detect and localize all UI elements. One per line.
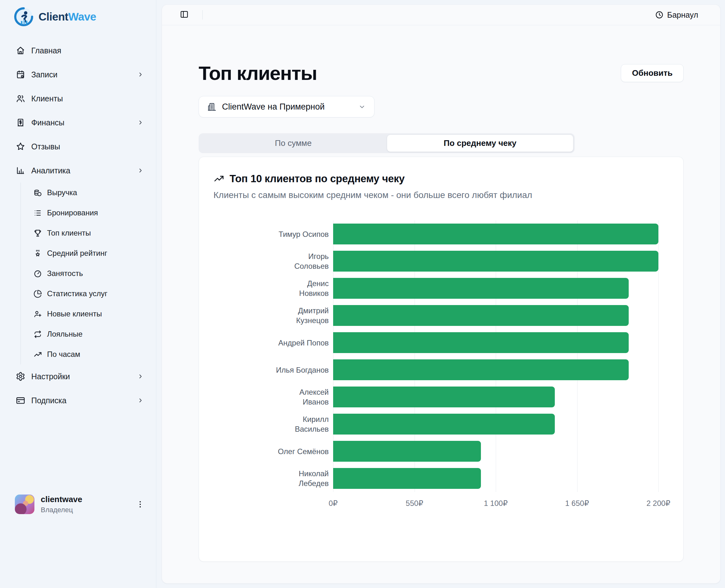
sidebar-toggle-button[interactable]: [178, 9, 190, 21]
sidebar-subitem-occupancy[interactable]: Занятость: [21, 264, 156, 284]
sidebar-subitem-label: Выручка: [47, 188, 77, 197]
sidebar-item-clients[interactable]: Клиенты: [0, 86, 156, 110]
category-label: НиколайЛебедев: [213, 465, 329, 492]
tab-by-average-check[interactable]: По среднему чеку: [387, 134, 574, 152]
branch-selector-value: ClientWave на Примерной: [222, 102, 358, 112]
chart-row: Андрей Попов: [213, 329, 669, 356]
category-label: АлексейИванов: [213, 383, 329, 411]
bar-chart: Тимур ОсиповИгорьСоловьевДенисНовиковДми…: [213, 220, 669, 510]
title-row: Топ клиенты Обновить: [199, 62, 684, 84]
sidebar-item-analytics[interactable]: Аналитика: [0, 159, 156, 183]
x-tick-label: 1 650₽: [565, 499, 589, 508]
chart-row: Тимур Осипов: [213, 220, 669, 248]
x-tick-label: 0₽: [329, 499, 338, 508]
clock-icon: [655, 10, 664, 19]
home-icon: [16, 46, 25, 55]
sidebar-subitem-by-hours[interactable]: По часам: [21, 344, 156, 364]
bar-2: [333, 251, 658, 272]
category-label: ДенисНовиков: [213, 275, 329, 302]
chevron-right-icon: [137, 71, 144, 78]
panel-left-icon: [180, 10, 189, 20]
category-label: ИгорьСоловьев: [213, 248, 329, 275]
receipt-icon: [16, 118, 25, 127]
sidebar-item-finance[interactable]: Финансы: [0, 110, 156, 134]
chart-row: ДенисНовиков: [213, 275, 669, 302]
chart-row: Олег Семёнов: [213, 438, 669, 465]
chart-row: НиколайЛебедев: [213, 465, 669, 492]
chevron-right-icon: [137, 167, 144, 174]
sidebar-item-home[interactable]: Главная: [0, 39, 156, 63]
sidebar-subitem-avg-rating[interactable]: Средний рейтинг: [21, 243, 156, 264]
sidebar-subitem-label: Лояльные: [47, 330, 82, 338]
sidebar-subitem-label: Статистика услуг: [47, 289, 107, 298]
sidebar-subitem-label: Топ клиенты: [47, 229, 91, 237]
credit-card-icon: [16, 396, 25, 405]
chart-row: ИгорьСоловьев: [213, 248, 669, 275]
panel-header: Барнаул: [162, 5, 720, 25]
x-tick-label: 550₽: [406, 499, 423, 508]
calendar-icon: [16, 70, 25, 79]
chart-title: Топ 10 клиентов по среднему чеку: [230, 173, 405, 185]
brand-wordmark: ClientWave: [39, 10, 96, 23]
header-divider: [202, 10, 203, 20]
user-menu-icon[interactable]: [136, 500, 145, 509]
star-icon: [16, 142, 25, 151]
sidebar-subitem-top-clients[interactable]: Топ клиенты: [21, 223, 156, 243]
avatar: [15, 495, 35, 514]
refresh-button[interactable]: Обновить: [621, 64, 684, 82]
clientwave-logo-icon: [14, 7, 34, 26]
chevron-down-icon: [358, 103, 366, 111]
user-card[interactable]: clientwave Владелец: [0, 489, 156, 519]
bar-1: [333, 224, 658, 245]
bar-chart-icon: [16, 166, 25, 175]
chart-subtitle: Клиенты с самым высоким средним чеком - …: [213, 190, 669, 200]
sidebar-subitem-label: Бронирования: [47, 208, 98, 217]
user-role: Владелец: [41, 506, 136, 514]
sidebar-subitem-service-stats[interactable]: Статистика услуг: [21, 284, 156, 304]
sidebar-subitem-label: По часам: [47, 350, 80, 359]
repeat-icon: [34, 330, 42, 338]
category-label: Тимур Осипов: [213, 220, 329, 248]
pie-chart-icon: [34, 290, 42, 298]
sidebar-subitem-revenue[interactable]: Выручка: [21, 183, 156, 203]
sidebar-subitem-bookings[interactable]: Бронирования: [21, 203, 156, 223]
chart-card: Топ 10 клиентов по среднему чеку Клиенты…: [199, 156, 684, 562]
medal-star-icon: [34, 249, 42, 258]
bar-8: [333, 414, 555, 435]
x-axis-ticks: 0₽550₽1 100₽1 650₽2 200₽: [213, 499, 669, 510]
sidebar-item-label: Настройки: [31, 372, 137, 381]
location-indicator[interactable]: Барнаул: [655, 10, 698, 20]
sidebar-item-reviews[interactable]: Отзывы: [0, 134, 156, 159]
branch-selector[interactable]: ClientWave на Примерной: [199, 96, 375, 118]
sidebar-item-subscription[interactable]: Подписка: [0, 388, 156, 413]
chart-row: КириллВасильев: [213, 411, 669, 438]
chart-row: ДмитрийКузнецов: [213, 302, 669, 329]
brand-primary: Client: [39, 10, 68, 23]
users-icon: [16, 94, 25, 103]
sidebar-subitem-label: Новые клиенты: [47, 310, 102, 318]
bar-9: [333, 441, 481, 462]
card-title-row: Топ 10 клиентов по среднему чеку: [213, 173, 669, 185]
tab-list: По сумме По среднему чеку: [199, 133, 575, 153]
category-label: КириллВасильев: [213, 411, 329, 438]
list-rows-icon: [34, 209, 42, 217]
bar-10: [333, 468, 481, 489]
tab-by-sum[interactable]: По сумме: [200, 134, 387, 152]
chevron-right-icon: [137, 119, 144, 126]
brand-secondary: Wave: [68, 10, 96, 23]
sidebar-item-settings[interactable]: Настройки: [0, 364, 156, 388]
coins-icon: [34, 189, 42, 197]
bar-3: [333, 278, 629, 299]
user-name: clientwave: [41, 495, 136, 504]
sidebar-item-label: Подписка: [31, 396, 137, 405]
location-label: Барнаул: [667, 10, 698, 20]
sidebar-item-records[interactable]: Записи: [0, 63, 156, 86]
sidebar-item-label: Финансы: [31, 118, 137, 127]
sidebar-subitem-new-clients[interactable]: Новые клиенты: [21, 304, 156, 324]
clientwave-logo[interactable]: ClientWave: [14, 7, 96, 26]
gauge-icon: [34, 269, 42, 278]
sidebar-item-label: Аналитика: [31, 166, 137, 175]
sidebar-subitem-loyal[interactable]: Лояльные: [21, 324, 156, 344]
chart-row: АлексейИванов: [213, 383, 669, 411]
chart-plot-area: Тимур ОсиповИгорьСоловьевДенисНовиковДми…: [213, 220, 669, 492]
